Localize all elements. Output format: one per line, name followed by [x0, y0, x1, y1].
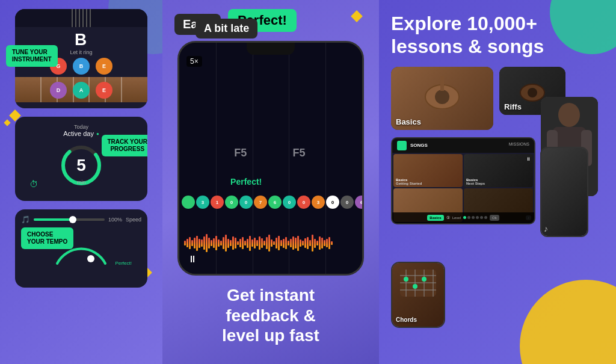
progress-card: Today Active day ● 5 min ⏱ TRACK YOURPRO… [15, 117, 147, 201]
svg-point-21 [413, 284, 417, 289]
tablet-missions: MISSIONS [509, 142, 529, 146]
tab-basics-badge: Basics [427, 215, 443, 221]
phone-right-screen: ♪ [541, 148, 587, 236]
tune-badge: TUNE YOURINSTRUMENT [6, 45, 58, 67]
tab-dot-5 [480, 216, 483, 219]
note-dot: 1 [211, 196, 224, 209]
feedback-tags: Early Perfect! A bit late [162, 0, 379, 41]
tuner-strings [15, 9, 147, 27]
note-dot: 0 [326, 196, 339, 209]
tuner-frets-bottom: D A E [50, 82, 112, 99]
progress-number: 5 [76, 157, 86, 174]
tab-dot-active-1 [463, 216, 466, 219]
pause-button[interactable]: ⏸ [188, 254, 197, 265]
guitar-body: D A E [15, 77, 147, 102]
tuner-frets-top: G B E [50, 58, 112, 75]
tempo-badge: CHOOSEYOUR TEMPO [21, 227, 73, 249]
fret-e2: E [96, 82, 112, 99]
tag-late: A bit late [196, 19, 257, 39]
note-f5-2: F5 [292, 147, 305, 159]
phone-notch [247, 43, 295, 55]
tab-dot-3 [472, 216, 475, 219]
slider-thumb[interactable] [69, 216, 76, 223]
fret-a: A [73, 82, 90, 99]
notes-row: 3 1 0 0 7 6 0 0 3 0 0 6 0 0 3 1 0 [179, 196, 362, 209]
slider-track[interactable] [34, 218, 105, 221]
clock-icon: ⏱ [29, 179, 38, 189]
tempo-slider: 🎵 100% Speed [21, 215, 141, 224]
track-badge: TRACK YOURPROGRESS [102, 135, 147, 156]
tablet-frame: SONGS MISSIONS BasicsGetting Started ⏸ B… [391, 137, 535, 224]
feedback-big-text: Get instantfeedback &level up fast [222, 285, 319, 346]
note-dot: 0 [239, 196, 253, 209]
thumb-label-2: BasicsNext Steps [466, 178, 485, 185]
card-label-basics: Basics [396, 117, 421, 126]
tablet-thumb-1: BasicsGetting Started [393, 154, 463, 188]
note-dot: 0 [283, 196, 296, 209]
right-panel: Explore 10,000+ lessons & songs Basics [379, 0, 616, 364]
svg-point-6 [528, 88, 537, 97]
tab-dots [463, 216, 487, 219]
phone-frame: 5× F5 F5 Perfect! 3 1 0 0 7 6 0 0 3 0 0 … [177, 41, 364, 276]
tablet-header: SONGS MISSIONS [392, 138, 534, 153]
tablet-logo [397, 141, 407, 150]
thumb-label-1: BasicsGetting Started [396, 178, 422, 185]
right-title: Explore 10,000+ lessons & songs [391, 12, 604, 58]
chords-phone: Chords [391, 262, 445, 328]
note-f5-1: F5 [234, 147, 247, 159]
tablet-progress-bar: Basics ① Level Ok [392, 212, 534, 223]
tempo-perfect: Perfect! [115, 261, 132, 266]
note-dot: 0 [225, 196, 238, 209]
tablet-area: SONGS MISSIONS BasicsGetting Started ⏸ B… [391, 137, 604, 237]
left-panel: B Let it ring G B E D A E TUNE YOURINSTR… [0, 0, 162, 364]
note-dot: 0 [297, 196, 310, 209]
progress-day-label: Today [22, 124, 140, 130]
progress-unit: min [77, 179, 86, 185]
note-dot: 6 [355, 196, 362, 209]
tab-dot-2 [467, 216, 470, 219]
phone-screen: 5× F5 F5 Perfect! 3 1 0 0 7 6 0 0 3 0 0 … [179, 43, 362, 274]
tuner-sub: Let it ring [70, 49, 92, 55]
tuner-note: B [75, 30, 88, 49]
perfect-screen: Perfect! [230, 177, 262, 187]
tab-dot-6 [484, 216, 487, 219]
chords-label: Chords [396, 316, 417, 323]
tempo-dot [87, 255, 94, 262]
note-dot: 7 [254, 196, 267, 209]
music-note-icon: ♪ [544, 224, 548, 233]
diamond-decor-2 [4, 119, 10, 126]
note-dot [182, 196, 195, 209]
tempo-card: 🎵 100% Speed Perfect! CHOOSEYOUR TEMPO [15, 209, 147, 288]
svg-point-22 [422, 277, 427, 282]
tablet-app-title: SONGS [410, 143, 428, 148]
lesson-cards-row1: Basics Riffs [391, 67, 604, 130]
lesson-card-basics[interactable]: Basics [391, 67, 493, 130]
level-icon: ① [446, 215, 450, 220]
fret-b: B [73, 58, 90, 75]
card-label-riffs: Riffs [504, 102, 522, 111]
svg-point-8 [558, 103, 580, 127]
speed-label: Speed [126, 217, 141, 223]
chords-screen: Chords [392, 263, 444, 327]
waveform [179, 231, 362, 255]
tab-dot-4 [476, 216, 479, 219]
diamond-middle [351, 10, 363, 22]
basics-card-bg: Basics [391, 67, 493, 130]
note-dot: 6 [268, 196, 282, 209]
tab-level: Level [452, 216, 461, 220]
note-dot: 3 [196, 196, 209, 209]
fret-e: E [96, 58, 112, 75]
tempo-percent: 100% [108, 217, 122, 223]
middle-panel: Early Perfect! A bit late 5× F5 F5 Perfe… [162, 0, 379, 364]
fret-d: D [50, 82, 67, 99]
svg-point-20 [404, 277, 408, 282]
feedback-text: Get instantfeedback &level up fast [210, 276, 331, 352]
tablet-thumb-2: ⏸ BasicsNext Steps [464, 154, 533, 188]
note-dot: 3 [312, 196, 325, 209]
feedback-diamond [353, 12, 361, 20]
volume-icon: 🎵 [21, 215, 30, 224]
note-dot: 0 [340, 196, 354, 209]
tab-ok: Ok [490, 215, 499, 221]
phone-right: ♪ [540, 147, 588, 237]
multiplier-badge: 5× [186, 56, 202, 67]
